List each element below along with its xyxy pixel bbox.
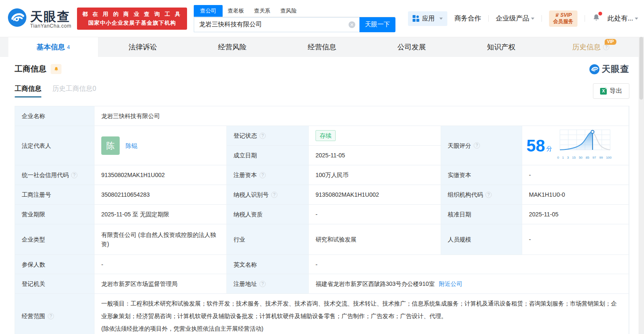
export-button[interactable]: X 导出 [593, 83, 629, 99]
field-label-registration-authority: 登记机关 [15, 274, 95, 294]
field-value-registered-capital: 100万人民币 [309, 165, 441, 185]
field-label-taxpayer-qualification: 纳税人资质 [227, 205, 309, 224]
subtab-business-info[interactable]: 工商信息 [15, 85, 41, 98]
field-label-business-scope: 经营范围? [15, 294, 95, 334]
tab-label: 法律诉讼 [128, 42, 157, 52]
nearby-companies-link[interactable]: 附近公司 [439, 279, 462, 288]
scrollbar-track[interactable] [639, 37, 644, 334]
field-value-registration-authority: 龙岩市新罗区市场监督管理局 [95, 274, 227, 294]
chevron-down-icon [531, 18, 534, 20]
field-label-credit-code: 统一社会信用代码? [15, 165, 95, 185]
tab-intellectual-property[interactable]: 知识产权 [457, 37, 546, 57]
search-input[interactable] [194, 17, 359, 32]
search-tab-boss[interactable]: 查老板 [223, 5, 249, 17]
help-icon[interactable]: ? [271, 192, 277, 198]
business-scope-text: 一般项目：工程和技术研究和试验发展；软件开发；技术服务、技术开发、技术咨询、技术… [101, 297, 622, 322]
field-label-registered-address: 注册地址? [227, 274, 309, 294]
divider [541, 15, 542, 22]
field-value-establish-date: 2025-11-05 [309, 146, 441, 165]
help-icon[interactable]: ? [474, 142, 480, 149]
help-icon[interactable]: ? [259, 133, 266, 139]
label-text: 天眼评分 [448, 141, 471, 150]
tab-legal-litigation[interactable]: 法律诉讼 [98, 37, 187, 57]
field-label-registration-number: 工商注册号 [15, 185, 95, 205]
field-value-registration-number: 350802110654283 [95, 185, 227, 205]
header-nav: 应用 商务合作 企业级产品 ♛ SVIP 会员服务 此处有... [408, 10, 638, 27]
field-value-company-type: 有限责任公司 (非自然人投资或控股的法人独资) [95, 224, 227, 255]
nav-enterprise-products[interactable]: 企业级产品 [496, 14, 534, 23]
tab-operating-info[interactable]: 经营信息 [277, 37, 367, 57]
search-tabs: 查公司 查老板 查关系 查风险 [194, 5, 395, 17]
label-text: 统一社会信用代码 [22, 170, 69, 180]
help-icon[interactable]: ? [71, 172, 77, 178]
svip-service-label: 会员服务 [553, 18, 573, 25]
legal-representative-link[interactable]: 陈锟 [126, 141, 137, 150]
label-text: 注册地址 [233, 279, 257, 288]
search-tab-relation[interactable]: 查关系 [249, 5, 275, 17]
vip-badge: VIP [605, 39, 616, 45]
help-icon[interactable]: ? [603, 44, 609, 50]
tab-history-info[interactable]: VIP 历史信息 ? [546, 37, 636, 57]
enterprise-label: 企业级产品 [496, 14, 529, 23]
apps-menu[interactable]: 应用 [408, 11, 447, 26]
help-icon[interactable]: ? [48, 313, 54, 319]
help-icon[interactable]: ? [259, 281, 266, 287]
subtab-history-business-info[interactable]: 历史工商信息0 [52, 85, 96, 98]
top-header: 天眼查 TianYanCha.com 都 在 用 的 商 业 查 询 工 具 国… [0, 0, 644, 37]
chevron-down-icon [635, 18, 638, 20]
search-tab-company[interactable]: 查公司 [194, 5, 223, 17]
field-label-organization-code: 组织机构代码? [441, 185, 522, 205]
tab-label: 经营信息 [308, 42, 336, 52]
section-title: 工商信息 [15, 64, 46, 75]
field-label-establish-date: 成立日期 [227, 146, 309, 165]
field-value-industry: 研究和试验发展 [309, 224, 441, 255]
tab-basic-info[interactable]: 基本信息 4 [8, 37, 98, 57]
tab-label: 历史信息 [572, 42, 600, 52]
tab-company-development[interactable]: 公司发展 [367, 37, 457, 57]
legal-representative-avatar[interactable]: 陈 [101, 136, 120, 155]
tab-count: 4 [67, 44, 70, 50]
help-icon[interactable]: ? [259, 172, 266, 178]
field-value-paid-in-capital: - [522, 165, 629, 185]
field-label-tyc-score: 天眼评分? [441, 126, 522, 165]
user-account-menu[interactable]: 此处有... [608, 14, 638, 23]
field-value-business-scope: 一般项目：工程和技术研究和试验发展；软件开发；技术服务、技术开发、技术咨询、技术… [95, 294, 629, 334]
field-label-industry: 行业 [227, 224, 309, 255]
slogan-banner: 都 在 用 的 商 业 查 询 工 具 国家中小企业发展子基金旗下机构 [77, 8, 187, 30]
status-badge: 存续 [316, 130, 336, 141]
field-value-credit-code: 91350802MAK1H1U002 [95, 165, 227, 185]
help-icon[interactable]: ? [485, 192, 492, 198]
scrollbar-thumb[interactable] [639, 37, 643, 100]
field-value-organization-code: MAK1H1U0-0 [522, 185, 629, 205]
field-value-company-name: 龙岩三快科技有限公司 [95, 106, 629, 126]
watermark-text: 天眼查 [602, 63, 629, 75]
divider [585, 15, 585, 22]
tab-operating-risk[interactable]: 经营风险 [187, 37, 277, 57]
field-label-insured-count: 参保人数 [15, 255, 95, 274]
address-text: 福建省龙岩市新罗区西陂路303号办公楼910室 [316, 279, 435, 288]
field-label-paid-in-capital: 实缴资本 [441, 165, 522, 185]
nav-business-cooperation[interactable]: 商务合作 [454, 14, 481, 23]
tianyancha-logo[interactable]: 天眼查 TianYanCha.com [8, 8, 71, 29]
business-info-table: 企业名称 龙岩三快科技有限公司 法定代表人 陈 陈锟 登记状态? 存续 成立日期… [15, 106, 629, 334]
svip-membership-badge[interactable]: ♛ SVIP 会员服务 [549, 10, 577, 27]
field-value-tyc-score[interactable]: 58 分 [522, 126, 629, 165]
field-label-legal-representative: 法定代表人 [15, 126, 95, 165]
field-value-taxpayer-id: 91350802MAK1H1U002 [309, 185, 441, 205]
search-tab-risk[interactable]: 查风险 [275, 5, 302, 17]
field-label-approval-date: 核准日期 [441, 205, 522, 224]
apps-grid-icon [413, 15, 419, 22]
tianyancha-eye-icon [8, 8, 27, 29]
notification-bell-icon[interactable] [592, 13, 600, 24]
slogan-line1: 都 在 用 的 商 业 查 询 工 具 [82, 10, 182, 18]
apps-label: 应用 [422, 15, 435, 23]
field-value-taxpayer-qualification: - [309, 205, 441, 224]
subscribe-bell-icon[interactable] [51, 64, 62, 74]
field-label-english-name: 英文名称 [227, 255, 309, 274]
tab-label: 基本信息 [36, 42, 65, 52]
field-label-staff-size: 人员规模 [441, 224, 522, 255]
label-text: 注册资本 [233, 170, 257, 180]
search-button[interactable]: 天眼一下 [359, 17, 395, 32]
clear-search-icon[interactable]: ✕ [349, 21, 355, 28]
field-label-business-term: 营业期限 [15, 205, 95, 224]
